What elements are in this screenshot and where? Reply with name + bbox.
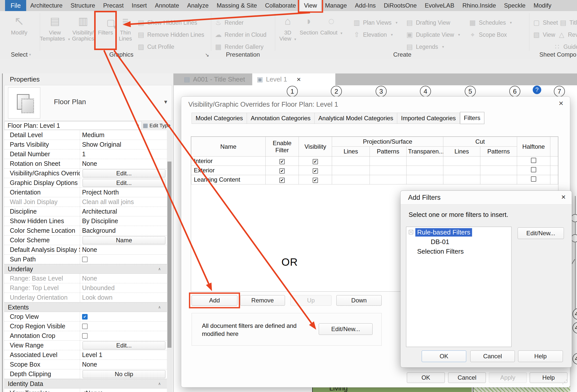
spacer-cell[interactable] (550, 156, 558, 166)
property-value[interactable]: None (80, 245, 167, 254)
override-cell[interactable] (443, 175, 480, 184)
filter-row-exterior[interactable]: Exterior✔✔ (191, 166, 558, 175)
panel-label-sheet-compo[interactable]: Sheet Compo (539, 51, 577, 58)
instance-selector[interactable]: Floor Plan: Level 1 ▾ (4, 121, 142, 130)
ribbon-button-render-gallery[interactable]: ▦Render Gallery (214, 42, 264, 52)
edit-new-button[interactable]: Edit/New... (518, 227, 564, 239)
ribbon-button-title[interactable]: ▤Title (559, 18, 577, 28)
override-cell[interactable] (480, 166, 517, 175)
ribbon-button-filters[interactable]: ▢▼Filters (97, 13, 114, 48)
property-value[interactable]: Medium (80, 130, 167, 140)
override-cell[interactable] (332, 156, 370, 166)
ribbon-button-modify[interactable]: ↖Modify (5, 13, 34, 48)
help-button[interactable]: Help (518, 350, 563, 362)
halftone-checkbox[interactable] (517, 156, 550, 166)
property-value[interactable]: None (80, 360, 167, 369)
down-button[interactable]: Down (336, 295, 382, 306)
panel-launcher-icon[interactable]: ↘ (205, 52, 209, 58)
visibility-checkbox[interactable]: ✔ (299, 156, 332, 166)
dialog-tab-analytical-model-categories[interactable]: Analytical Model Categories (315, 113, 397, 124)
remove-button[interactable]: Remove (240, 295, 285, 306)
ribbon-button-render-in-cloud[interactable]: ☁Render in Cloud (214, 30, 266, 40)
ribbon-tab-rhino-inside[interactable]: Rhino.Inside (458, 0, 500, 11)
close-icon[interactable]: × (561, 193, 566, 201)
ribbon-button-schedules[interactable]: ▦Schedules▾ (469, 18, 512, 28)
collapse-icon[interactable]: ∧ (158, 267, 161, 271)
dialog-tab-imported-categories[interactable]: Imported Categories (397, 113, 460, 124)
ribbon-button-callout[interactable]: ◌Callout ▾ (320, 13, 343, 48)
override-cell[interactable] (370, 175, 407, 184)
ribbon-button-show-hidden-lines[interactable]: ▤Show Hidden Lines (137, 18, 197, 28)
tree-item-db-01[interactable]: DB-01 (406, 238, 511, 246)
property-value[interactable]: Level 1 (80, 350, 167, 360)
ok-button[interactable]: OK (407, 372, 445, 383)
ribbon-tab-view[interactable]: View (300, 0, 321, 11)
filter-name[interactable]: Exterior (191, 166, 266, 175)
type-selector[interactable]: Floor Plan ▼ (4, 85, 172, 121)
properties-scrollbar[interactable] (167, 130, 172, 392)
ribbon-tab-modify[interactable]: Modify (529, 0, 555, 11)
ribbon-tab-insert[interactable]: Insert (128, 0, 151, 11)
property-edit-button[interactable]: Name (83, 236, 165, 244)
ribbon-button-thin-lines[interactable]: ≡ThinLines (115, 13, 135, 48)
property-value[interactable]: None (80, 159, 167, 168)
collapse-icon[interactable]: ∧ (158, 381, 161, 386)
ribbon-tab-add-ins[interactable]: Add-Ins (351, 0, 380, 11)
panel-label-graphics[interactable]: Graphics (41, 51, 202, 58)
property-value[interactable]: Clean all wall joins (80, 197, 167, 207)
ribbon-button-sheet[interactable]: ▢Sheet (533, 18, 558, 28)
spacer-cell[interactable] (550, 175, 558, 184)
override-cell[interactable] (443, 156, 480, 166)
filter-name[interactable]: Learning Content (191, 175, 266, 184)
checkbox[interactable]: ✔ (82, 314, 88, 320)
property-value[interactable]: <None> (80, 388, 167, 392)
ribbon-tab-massing-site[interactable]: Massing & Site (213, 0, 261, 11)
override-cell[interactable] (407, 156, 443, 166)
property-value[interactable]: By Discipline (80, 216, 167, 226)
tree-expander-icon[interactable]: − (409, 230, 413, 234)
up-button[interactable]: Up (290, 295, 332, 306)
ribbon-button-plan-views[interactable]: ▥Plan Views▾ (353, 18, 398, 28)
enable-filter-checkbox[interactable]: ✔ (266, 175, 299, 184)
ribbon-button-revision[interactable]: △Revision (558, 30, 577, 40)
ribbon-tab-evolvelab[interactable]: EvolveLAB (421, 0, 458, 11)
property-value[interactable]: Look down (80, 293, 167, 302)
filter-row-learning-content[interactable]: Learning Content✔✔ (191, 175, 558, 184)
document-tab-level-1[interactable]: ▣Level 1× (252, 73, 335, 85)
resize-grip[interactable]: ⋰ (562, 379, 567, 385)
edit-type-button[interactable]: ▦ Edit Type (143, 121, 173, 130)
spacer-cell[interactable] (550, 166, 558, 175)
halftone-checkbox[interactable] (517, 175, 550, 184)
override-cell[interactable] (443, 166, 480, 175)
property-value[interactable]: Project North (80, 188, 167, 197)
property-value[interactable]: 1 (80, 149, 167, 159)
property-value[interactable]: Show Original (80, 140, 167, 149)
filter-name[interactable]: Interior (191, 156, 266, 166)
property-edit-button[interactable]: No clip (83, 370, 165, 378)
property-value[interactable]: Architectural (80, 207, 167, 216)
ribbon-button-duplicate-view[interactable]: ▣Duplicate View▾ (406, 30, 460, 40)
ribbon-tab-speckle[interactable]: Speckle (500, 0, 529, 11)
override-cell[interactable] (407, 175, 443, 184)
dialog-tab-filters[interactable]: Filters (460, 112, 484, 124)
add-button[interactable]: Add (192, 295, 237, 306)
panel-label-create[interactable]: Create (275, 51, 529, 58)
dialog-tab-annotation-categories[interactable]: Annotation Categories (247, 113, 315, 124)
property-edit-button[interactable]: Edit... (83, 169, 165, 177)
help-icon[interactable]: ? (533, 86, 541, 94)
ribbon-button-scope-box[interactable]: ⌖Scope Box (469, 30, 507, 40)
ribbon-button-section[interactable]: ◗Section (298, 13, 320, 48)
visibility-checkbox[interactable]: ✔ (299, 175, 332, 184)
ribbon-button-visibility-graphics[interactable]: ▥Visibility/Graphics (69, 13, 97, 48)
override-cell[interactable] (407, 166, 443, 175)
halftone-checkbox[interactable] (517, 166, 550, 175)
ribbon-button-remove-hidden-lines[interactable]: ▤Remove Hidden Lines (137, 30, 204, 40)
ribbon-button-legends[interactable]: ▤Legends▾ (406, 42, 444, 52)
cancel-button[interactable]: Cancel (470, 350, 515, 362)
tree-item-selection-filters[interactable]: Selection Filters (406, 247, 511, 256)
ribbon-button-view-templates[interactable]: ▤ViewTemplates ▾ (42, 13, 68, 48)
scrollbar-thumb[interactable] (167, 162, 171, 348)
ribbon-button-3d-view[interactable]: ⌂3DView ▾ (278, 13, 297, 48)
panel-label-presentation[interactable]: Presentation (211, 51, 274, 58)
ribbon-tab-analyze[interactable]: Analyze (183, 0, 212, 11)
